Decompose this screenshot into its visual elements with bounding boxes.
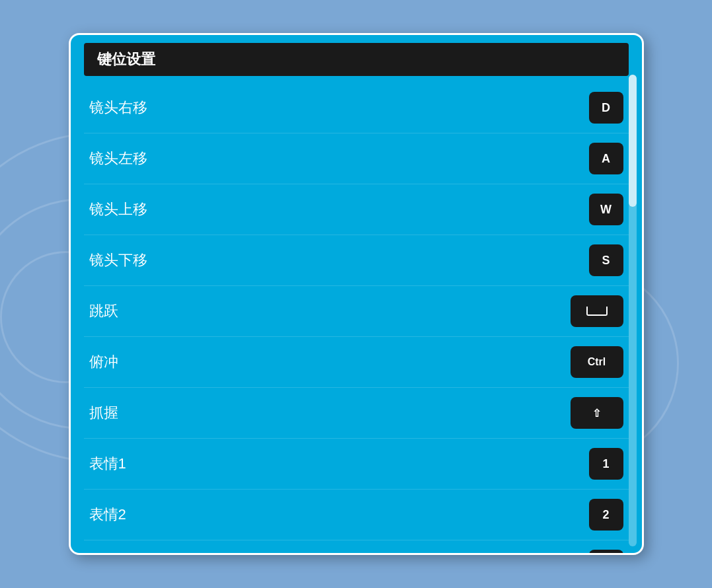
keybinding-item[interactable]: 俯冲Ctrl	[84, 337, 629, 388]
keybinding-item[interactable]: 表情33	[84, 540, 629, 555]
keybinding-label: 镜头下移	[89, 250, 147, 270]
key-badge[interactable]: 3	[589, 550, 623, 555]
keybinding-label: 表情1	[89, 454, 126, 474]
key-badge[interactable]: S	[589, 244, 623, 276]
keybinding-item[interactable]: 镜头下移S	[84, 235, 629, 286]
keybinding-item[interactable]: 镜头右移D	[84, 83, 629, 133]
keybinding-label: 抓握	[89, 403, 118, 423]
key-badge[interactable]	[571, 295, 623, 327]
key-badge[interactable]: D	[589, 92, 623, 124]
keybinding-label: 表情2	[89, 505, 126, 525]
key-badge[interactable]: W	[589, 194, 623, 225]
panel-title: 键位设置	[97, 51, 155, 67]
keybinding-item[interactable]: 镜头左移A	[84, 133, 629, 184]
panel-header: 键位设置	[84, 43, 629, 76]
keybinding-label: 跳跃	[89, 301, 118, 321]
keybinding-panel: 键位设置 镜头右移D镜头左移A镜头上移W镜头下移S跳跃俯冲Ctrl抓握⇧表情11…	[69, 33, 644, 555]
keybinding-label: 镜头左移	[89, 149, 147, 168]
key-badge[interactable]: A	[589, 143, 623, 174]
keybinding-item[interactable]: 跳跃	[84, 286, 629, 337]
keybinding-label: 俯冲	[89, 352, 118, 372]
keybinding-label: 镜头右移	[89, 98, 147, 118]
keybinding-item[interactable]: 表情11	[84, 439, 629, 490]
key-badge[interactable]: 1	[589, 448, 623, 480]
keybinding-label: 镜头上移	[89, 200, 147, 219]
keybinding-list: 镜头右移D镜头左移A镜头上移W镜头下移S跳跃俯冲Ctrl抓握⇧表情11表情22表…	[71, 83, 642, 555]
keybinding-item[interactable]: 抓握⇧	[84, 388, 629, 439]
key-badge[interactable]: Ctrl	[571, 346, 623, 378]
scrollbar-thumb[interactable]	[629, 75, 637, 207]
key-badge[interactable]: ⇧	[571, 397, 623, 429]
keybinding-item[interactable]: 表情22	[84, 490, 629, 540]
key-badge[interactable]: 2	[589, 499, 623, 531]
keybinding-item[interactable]: 镜头上移W	[84, 184, 629, 235]
